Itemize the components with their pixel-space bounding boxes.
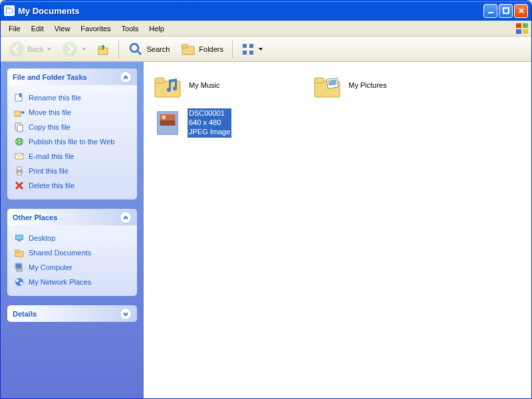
svg-point-8 [9, 42, 24, 57]
up-button[interactable] [92, 40, 114, 59]
maximize-button[interactable] [499, 4, 513, 18]
task-email-label: E-mail this file [29, 152, 74, 160]
svg-rect-2 [488, 12, 493, 13]
move-icon [14, 107, 25, 118]
search-button[interactable]: Search [124, 39, 174, 60]
forward-icon [62, 41, 78, 57]
svg-point-38 [16, 279, 19, 282]
pictures-folder-icon [311, 71, 343, 100]
menu-view[interactable]: View [49, 23, 76, 34]
places-panel: Other Places Desktop Shared Documents My… [7, 209, 137, 296]
task-delete[interactable]: Delete this file [14, 178, 130, 193]
task-print[interactable]: Print this file [14, 164, 130, 178]
email-icon [14, 151, 25, 162]
rename-icon [14, 92, 25, 103]
close-button[interactable] [514, 4, 528, 18]
folder-my-pictures[interactable]: My Pictures [309, 68, 468, 103]
computer-icon [14, 262, 25, 273]
svg-rect-18 [249, 51, 253, 55]
window-controls [483, 4, 528, 18]
menu-tools[interactable]: Tools [116, 23, 144, 34]
publish-icon [14, 136, 25, 147]
places-panel-header[interactable]: Other Places [7, 209, 137, 225]
place-desktop[interactable]: Desktop [14, 231, 130, 245]
svg-rect-31 [18, 240, 21, 241]
svg-rect-23 [17, 125, 23, 132]
forward-dropdown-arrow-icon [82, 48, 86, 51]
folders-button[interactable]: Folders [176, 39, 227, 60]
place-shared-label: Shared Documents [29, 249, 91, 257]
task-move[interactable]: Move this file [14, 105, 130, 120]
image-file-icon [152, 108, 184, 138]
menu-help[interactable]: Help [144, 23, 170, 34]
back-icon [9, 41, 25, 57]
svg-rect-33 [15, 250, 19, 253]
svg-rect-3 [503, 8, 509, 13]
minimize-button[interactable] [483, 4, 497, 18]
titlebar: My Documents [1, 1, 531, 21]
views-icon [241, 43, 255, 56]
task-rename[interactable]: Rename this file [14, 90, 130, 105]
place-mycomputer[interactable]: My Computer [14, 260, 130, 275]
place-shared[interactable]: Shared Documents [14, 245, 130, 260]
body-area: File and Folder Tasks Rename this file M… [1, 62, 531, 398]
svg-rect-5 [523, 23, 528, 28]
svg-rect-41 [155, 78, 164, 83]
search-label: Search [146, 45, 170, 53]
back-label: Back [27, 45, 43, 53]
expand-icon [120, 308, 132, 320]
task-copy[interactable]: Copy this file [14, 120, 130, 134]
svg-point-39 [20, 282, 23, 285]
svg-rect-27 [17, 167, 21, 170]
svg-rect-1 [7, 8, 10, 9]
task-print-label: Print this file [29, 167, 68, 175]
explorer-window: My Documents File Edit View Favorites To… [0, 0, 532, 399]
folder-my-music[interactable]: My Music [149, 68, 309, 103]
up-icon [96, 43, 110, 56]
details-panel-header[interactable]: Details [7, 305, 137, 322]
svg-rect-36 [17, 269, 22, 271]
task-publish-label: Publish this file to the Web [29, 138, 114, 146]
tasks-panel-title: File and Folder Tasks [13, 73, 87, 81]
search-icon [128, 41, 144, 57]
svg-rect-45 [328, 79, 336, 86]
forward-button[interactable] [58, 39, 90, 60]
places-panel-title: Other Places [13, 213, 57, 221]
menu-file[interactable]: File [3, 23, 26, 34]
back-dropdown-arrow-icon [47, 48, 51, 51]
tasks-panel-header[interactable]: File and Folder Tasks [7, 68, 137, 85]
delete-icon [14, 180, 25, 191]
file-dsc00001[interactable]: DSC00001 640 x 480 JPEG Image [149, 106, 309, 140]
copy-icon [14, 122, 25, 132]
svg-rect-49 [160, 120, 176, 126]
views-dropdown-arrow-icon [259, 48, 263, 51]
task-publish[interactable]: Publish this file to the Web [14, 134, 130, 149]
menubar: File Edit View Favorites Tools Help [1, 21, 531, 37]
svg-rect-17 [243, 51, 247, 55]
folder-label: My Pictures [347, 80, 388, 91]
svg-rect-15 [243, 44, 247, 48]
svg-rect-20 [19, 93, 21, 97]
toolbar-separator-2 [232, 41, 233, 58]
folders-label: Folders [199, 45, 223, 53]
place-desktop-label: Desktop [29, 234, 55, 242]
svg-point-37 [15, 278, 23, 286]
views-button[interactable] [237, 40, 267, 59]
music-folder-icon [152, 71, 184, 100]
back-button[interactable]: Back [5, 39, 55, 60]
place-mycomputer-label: My Computer [29, 263, 72, 271]
svg-rect-14 [182, 45, 188, 48]
place-network[interactable]: My Network Places [14, 275, 130, 289]
details-panel-title: Details [13, 310, 37, 318]
svg-point-50 [162, 116, 166, 120]
menu-edit[interactable]: Edit [26, 23, 49, 34]
task-email[interactable]: E-mail this file [14, 149, 130, 164]
tasks-panel: File and Folder Tasks Rename this file M… [7, 68, 137, 200]
task-copy-label: Copy this file [29, 123, 70, 131]
folders-icon [180, 41, 196, 57]
menu-favorites[interactable]: Favorites [75, 23, 116, 34]
details-panel: Details [7, 305, 137, 322]
task-delete-label: Delete this file [29, 182, 74, 190]
svg-rect-28 [17, 172, 21, 175]
content-area[interactable]: My Music My Pictures DSC00001 64 [144, 62, 531, 398]
